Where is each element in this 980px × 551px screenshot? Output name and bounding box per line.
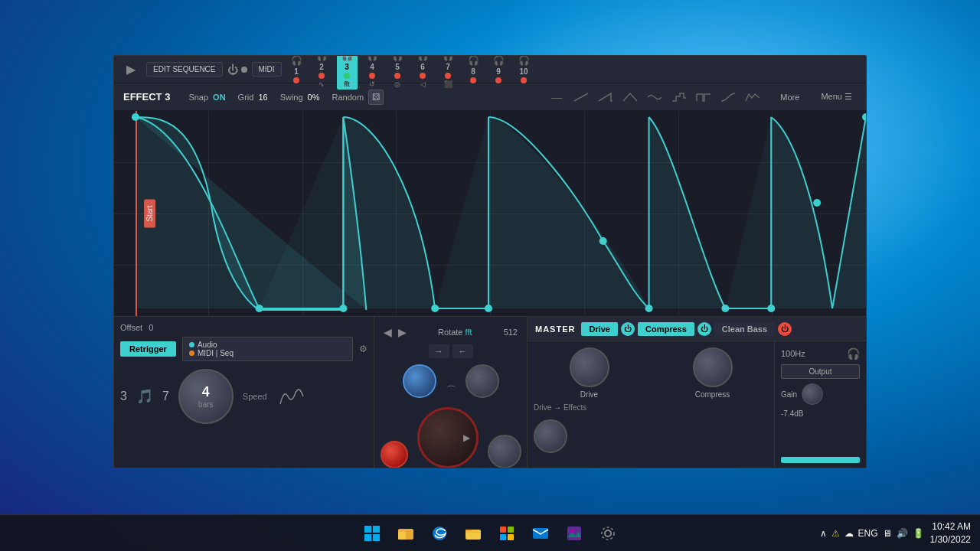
midi-button[interactable]: MIDI xyxy=(252,62,282,77)
track-slot-5[interactable]: 🎧 5 ◎ xyxy=(387,55,408,90)
shape-sine-button[interactable] xyxy=(644,89,665,106)
track-slot-8[interactable]: 🎧 8 xyxy=(463,55,484,85)
svg-point-17 xyxy=(813,199,821,207)
top-knob-row: ⌒ xyxy=(403,364,499,398)
sequencer-area[interactable]: Start xyxy=(114,111,866,316)
shift-right-button[interactable]: ← xyxy=(452,344,473,358)
taskbar-center xyxy=(357,518,623,549)
edit-sequence-button[interactable]: EDIT SEQUENCE xyxy=(146,62,223,77)
output-button[interactable]: Output xyxy=(781,364,860,379)
menu-button[interactable]: Menu ☰ xyxy=(816,90,857,103)
svg-point-11 xyxy=(431,305,439,312)
svg-point-13 xyxy=(599,237,607,245)
random-param: Random ⚄ xyxy=(332,90,384,105)
compress-tab[interactable]: Compress xyxy=(638,322,694,336)
drive-knob[interactable] xyxy=(570,347,609,387)
shape-tri-button[interactable] xyxy=(619,89,641,106)
prev-arrow[interactable]: ◀ xyxy=(384,326,392,338)
headphone-icon[interactable]: 🎧 xyxy=(847,347,860,360)
svg-point-36 xyxy=(602,527,614,540)
random-button[interactable]: ⚄ xyxy=(368,90,384,105)
volume-icon[interactable]: 🔊 xyxy=(897,528,908,539)
track-slot-1[interactable]: 🎧 1 xyxy=(286,55,307,85)
shape-line-button[interactable]: — xyxy=(546,89,567,106)
bars-knob[interactable]: 4 bars xyxy=(178,369,234,424)
svg-point-18 xyxy=(862,113,866,121)
track-dot-10 xyxy=(521,77,527,83)
track-slot-7[interactable]: 🎧 7 ⬛ xyxy=(438,55,459,90)
compress-power-button[interactable]: ⏻ xyxy=(697,322,711,336)
bars-unit: bars xyxy=(198,400,213,409)
main-big-knob[interactable] xyxy=(417,407,479,468)
taskbar-clock[interactable]: 10:42 AM 1/30/2022 xyxy=(930,520,971,546)
master-header: MASTER Drive ⏻ Compress ⏻ Clean Bass ⏻ xyxy=(528,317,866,341)
blue-level-bar xyxy=(781,457,860,463)
clean-bass-tab[interactable]: Clean Bass xyxy=(714,322,775,336)
hz-label: 100Hz xyxy=(781,349,805,358)
taskbar-store-icon[interactable] xyxy=(492,518,522,549)
track-slot-6[interactable]: 🎧 6 ◁ xyxy=(413,55,433,90)
drive-tab[interactable]: Drive xyxy=(581,322,618,336)
envelope-curve xyxy=(114,111,866,316)
svg-point-15 xyxy=(721,305,729,312)
midi-row: MIDI | Seq xyxy=(189,349,346,357)
rotate-label: Rotate fft xyxy=(438,328,472,337)
lang-label: ENG xyxy=(858,528,878,539)
shape-s-button[interactable] xyxy=(717,89,739,106)
track-slot-10[interactable]: 🎧 10 xyxy=(514,55,534,85)
blue-knob-left[interactable] xyxy=(403,364,436,398)
bars-knob-area: 3 🎵 7 4 bars Speed xyxy=(120,369,368,424)
gray-knob-bottom[interactable] xyxy=(488,435,521,468)
taskbar-folder-icon[interactable] xyxy=(458,518,488,549)
shape-ramp-button[interactable] xyxy=(570,89,592,106)
play-button[interactable]: ▶ xyxy=(120,59,142,80)
track-slot-4[interactable]: 🎧 4 ↺ xyxy=(362,55,383,90)
red-button[interactable] xyxy=(381,441,408,468)
shape-saw-button[interactable] xyxy=(595,89,616,106)
more-button[interactable]: More xyxy=(776,91,804,103)
left-controls: Offset 0 Retrigger Audio MIDI | Seq ⚙ xyxy=(114,317,374,468)
num-left: 3 xyxy=(120,390,127,403)
retrigger-button[interactable]: Retrigger xyxy=(120,341,176,357)
taskbar-mail-icon[interactable] xyxy=(525,518,556,549)
next-arrow[interactable]: ▶ xyxy=(398,326,407,338)
audio-dot xyxy=(189,342,194,347)
taskbar: ∧ ⚠ ☁ ENG 🖥 🔊 🔋 10:42 AM 1/30/2022 xyxy=(0,514,980,551)
effect-bar: EFFECT 3 Snap ON Grid 16 Swing 0% Random… xyxy=(114,83,866,111)
shape-custom-button[interactable] xyxy=(742,89,763,106)
master-body: Drive Compress Drive → Effects xyxy=(528,341,866,468)
master-bottom-knob[interactable] xyxy=(534,419,567,453)
shape-steps-button[interactable] xyxy=(668,89,690,106)
offset-label: Offset xyxy=(120,323,142,332)
taskbar-photos-icon[interactable] xyxy=(559,518,590,549)
compress-knob[interactable] xyxy=(693,347,733,387)
track-slot-9[interactable]: 🎧 9 xyxy=(488,55,509,85)
track-slot-3[interactable]: 🎧 3 fft xyxy=(337,55,358,90)
gray-knob-right[interactable] xyxy=(466,364,499,398)
transport-bar: ▶ EDIT SEQUENCE ⏻ MIDI 🎧 1 🎧 2 ∿ 🎧 3 fft xyxy=(114,56,866,83)
taskbar-files-icon[interactable] xyxy=(390,518,421,549)
bottom-panel: Offset 0 Retrigger Audio MIDI | Seq ⚙ xyxy=(114,316,866,468)
taskbar-edge-icon[interactable] xyxy=(424,518,455,549)
clean-bass-power-button[interactable]: ⏻ xyxy=(778,322,792,336)
master-right: 100Hz 🎧 Output Gain -7.4dB xyxy=(774,341,866,468)
drive-power-button[interactable]: ⏻ xyxy=(621,322,635,336)
gain-knob[interactable] xyxy=(802,383,823,405)
gain-row: Gain xyxy=(781,383,860,405)
taskbar-windows-button[interactable] xyxy=(357,518,387,549)
taskbar-settings-icon[interactable] xyxy=(593,518,623,549)
midi-dot xyxy=(189,350,194,356)
shift-left-button[interactable]: → xyxy=(429,344,449,358)
svg-point-12 xyxy=(485,305,492,312)
drive-knob-wrap: Drive xyxy=(570,347,609,399)
track-dot-8 xyxy=(470,77,476,83)
svg-rect-24 xyxy=(398,530,406,540)
speed-waveform xyxy=(276,381,307,412)
settings-icon[interactable]: ⚙ xyxy=(359,344,368,354)
shape-pulse-button[interactable] xyxy=(693,89,714,106)
bottom-knob-row xyxy=(381,407,521,468)
chevron-up-icon[interactable]: ∧ xyxy=(820,528,827,539)
battery-icon: 🔋 xyxy=(913,528,924,539)
track-dot-7 xyxy=(445,73,451,79)
track-slot-2[interactable]: 🎧 2 ∿ xyxy=(312,55,332,90)
